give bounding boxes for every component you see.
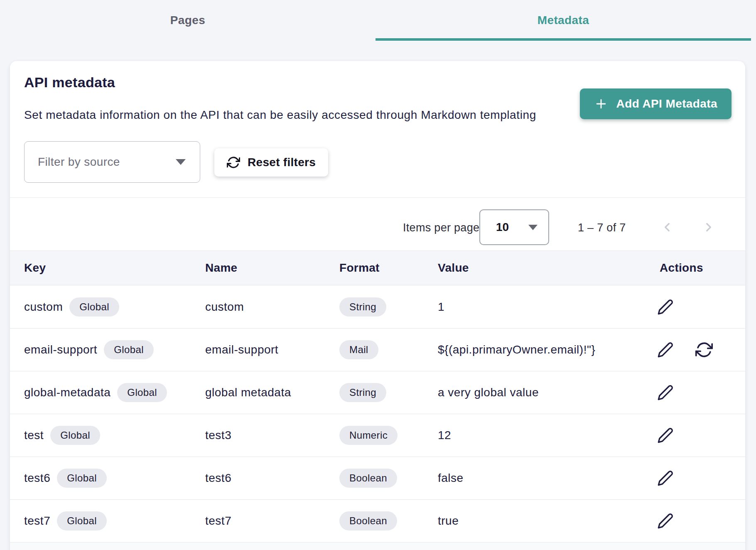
caret-down-icon (176, 159, 186, 165)
global-badge: Global (50, 426, 100, 445)
metadata-key: custom (24, 300, 63, 314)
edit-button[interactable] (657, 427, 674, 444)
pencil-icon (657, 384, 674, 401)
column-header-format: Format (339, 261, 438, 275)
edit-button[interactable] (657, 513, 674, 529)
table-row: test6 Global test6 Boolean false (10, 457, 745, 500)
metadata-key: test6 (24, 471, 50, 485)
global-badge: Global (57, 469, 107, 488)
table-row: test7 Global test7 Boolean true (10, 500, 745, 543)
api-metadata-card: API metadata Set metadata information on… (10, 61, 745, 550)
refresh-icon (227, 156, 240, 169)
metadata-key: test (24, 429, 44, 442)
format-badge: Boolean (339, 469, 397, 488)
table-row: test Global test3 Numeric 12 (10, 414, 745, 457)
doc-tabs: Pages Metadata (0, 0, 751, 41)
metadata-key: email-support (24, 343, 97, 356)
filter-by-source-placeholder: Filter by source (38, 155, 120, 169)
table-row-partial (10, 543, 745, 550)
page-size-value: 10 (496, 221, 509, 234)
metadata-key: global-metadata (24, 386, 110, 399)
tab-pages[interactable]: Pages (0, 0, 376, 41)
column-header-name: Name (205, 261, 339, 275)
pencil-icon (657, 470, 674, 486)
global-badge: Global (117, 383, 167, 402)
chevron-right-icon (702, 220, 716, 234)
tab-metadata[interactable]: Metadata (376, 0, 751, 41)
table-row: global-metadata Global global metadata S… (10, 371, 745, 414)
refresh-icon (695, 341, 713, 358)
metadata-value: a very global value (438, 386, 539, 399)
metadata-name: test3 (205, 429, 231, 442)
metadata-value: true (438, 514, 459, 527)
pagination-divider (10, 197, 745, 198)
page-size-select[interactable]: 10 (479, 209, 549, 245)
tab-pages-label: Pages (170, 14, 206, 27)
format-badge: Mail (339, 340, 378, 359)
metadata-name: custom (205, 300, 244, 313)
add-api-metadata-button[interactable]: Add API Metadata (580, 88, 731, 119)
metadata-value: false (438, 471, 464, 484)
format-badge: Boolean (339, 511, 397, 530)
reset-filters-label: Reset filters (248, 156, 316, 169)
edit-button[interactable] (657, 384, 674, 401)
column-header-key: Key (10, 261, 205, 275)
format-badge: String (339, 383, 386, 402)
global-badge: Global (69, 297, 119, 317)
filter-by-source-select[interactable]: Filter by source (24, 141, 200, 183)
plus-icon (594, 97, 608, 111)
global-badge: Global (104, 340, 154, 359)
metadata-value: 12 (438, 429, 451, 442)
caret-down-icon (528, 225, 538, 230)
global-badge: Global (57, 511, 107, 530)
pencil-icon (657, 513, 674, 529)
items-per-page-label: Items per page: (403, 221, 483, 234)
table-body: custom Global custom String 1 email-supp… (10, 286, 745, 550)
pencil-icon (657, 427, 674, 444)
edit-button[interactable] (657, 341, 674, 358)
metadata-name: test7 (205, 514, 231, 527)
edit-button[interactable] (657, 299, 674, 315)
table-header: Key Name Format Value Actions (10, 250, 745, 285)
table-row: email-support Global email-support Mail … (10, 329, 745, 371)
previous-page-button[interactable] (658, 218, 676, 236)
metadata-name: email-support (205, 343, 278, 356)
metadata-name: global metadata (205, 386, 291, 399)
metadata-value: ${(api.primaryOwner.email)!"} (438, 343, 595, 356)
metadata-value: 1 (438, 300, 444, 313)
tab-metadata-label: Metadata (538, 14, 589, 27)
page-title: API metadata (24, 74, 115, 91)
pencil-icon (657, 341, 674, 358)
column-header-actions: Actions (650, 261, 745, 275)
metadata-name: test6 (205, 471, 231, 484)
pencil-icon (657, 299, 674, 315)
edit-button[interactable] (657, 470, 674, 486)
chevron-left-icon (660, 220, 674, 234)
renew-button[interactable] (695, 341, 713, 358)
format-badge: Numeric (339, 426, 398, 445)
reset-filters-button[interactable]: Reset filters (214, 148, 328, 177)
add-api-metadata-label: Add API Metadata (616, 97, 717, 110)
table-row: custom Global custom String 1 (10, 286, 745, 329)
next-page-button[interactable] (700, 218, 718, 236)
column-header-value: Value (438, 261, 650, 275)
metadata-key: test7 (24, 514, 50, 528)
format-badge: String (339, 297, 386, 317)
page-subtitle: Set metadata information on the API that… (24, 108, 536, 122)
pagination-range-label: 1 – 7 of 7 (578, 221, 626, 234)
